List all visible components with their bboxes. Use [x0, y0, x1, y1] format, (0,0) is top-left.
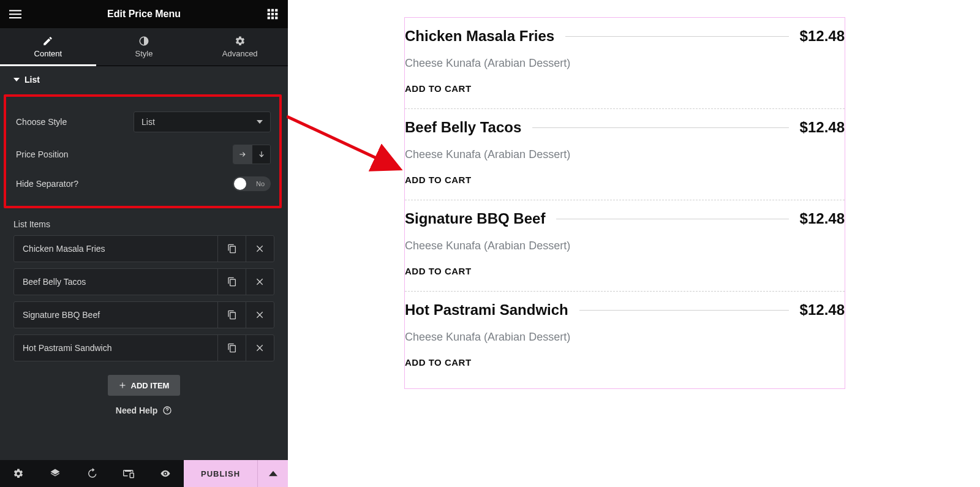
add-to-cart-link[interactable]: ADD TO CART: [405, 344, 845, 368]
copy-icon: [227, 343, 237, 353]
need-help-link[interactable]: Need Help: [0, 399, 288, 424]
price-position-label: Price Position: [16, 149, 69, 159]
duplicate-button[interactable]: [217, 236, 246, 262]
duplicate-button[interactable]: [217, 335, 246, 361]
list-item[interactable]: Chicken Masala Fries: [13, 235, 274, 262]
responsive-button[interactable]: [110, 460, 147, 487]
history-button[interactable]: [74, 460, 110, 487]
toggle-value: No: [256, 180, 265, 187]
gear-icon: [13, 468, 24, 479]
svg-rect-0: [9, 10, 21, 11]
price-menu-widget[interactable]: Chicken Masala Fries $12.48 Cheese Kunaf…: [404, 17, 845, 389]
arrow-down-icon: [257, 150, 266, 159]
section-list-label: List: [24, 75, 40, 85]
preview-button[interactable]: [147, 460, 184, 487]
publish-button[interactable]: PUBLISH: [184, 460, 257, 487]
price-position-right[interactable]: [233, 145, 252, 164]
remove-button[interactable]: [246, 302, 274, 328]
choose-style-value: List: [141, 117, 155, 127]
menu-separator: [556, 219, 788, 219]
section-list-toggle[interactable]: List: [0, 66, 288, 91]
publish-label: PUBLISH: [201, 469, 240, 478]
apps-grid-icon[interactable]: [266, 7, 279, 21]
menu-item-description: Cheese Kunafa (Arabian Dessert): [405, 319, 845, 344]
tab-advanced-label: Advanced: [222, 49, 258, 58]
menu-separator: [565, 36, 788, 37]
publish-options-button[interactable]: [257, 460, 288, 487]
menu-item-price: $12.48: [800, 28, 845, 45]
panel-title: Edit Price Menu: [107, 9, 181, 20]
panel-footer: PUBLISH: [0, 460, 288, 487]
list-items-repeater: Chicken Masala Fries Beef Belly Tacos Si…: [0, 234, 288, 361]
tab-style[interactable]: Style: [96, 28, 192, 66]
plus-icon: [119, 382, 126, 389]
list-item-label[interactable]: Signature BBQ Beef: [14, 302, 217, 328]
tab-style-label: Style: [135, 49, 153, 58]
history-icon: [86, 468, 97, 479]
svg-rect-4: [271, 9, 274, 12]
navigator-button[interactable]: [37, 460, 74, 487]
close-icon: [255, 277, 265, 287]
panel-body: List Choose Style List Price Position: [0, 66, 288, 460]
eye-icon: [160, 468, 171, 479]
menu-item-title: Signature BBQ Beef: [405, 210, 545, 227]
copy-icon: [227, 244, 237, 254]
list-item-label[interactable]: Chicken Masala Fries: [14, 236, 217, 262]
price-position-down[interactable]: [252, 145, 270, 164]
copy-icon: [227, 310, 237, 320]
remove-button[interactable]: [246, 269, 274, 295]
menu-item-title: Hot Pastrami Sandwich: [405, 301, 568, 319]
svg-rect-9: [268, 17, 270, 19]
list-item-label[interactable]: Hot Pastrami Sandwich: [14, 335, 217, 361]
add-to-cart-link[interactable]: ADD TO CART: [405, 252, 845, 276]
menu-item-title: Beef Belly Tacos: [405, 119, 521, 136]
highlight-annotation: Choose Style List Price Position: [4, 94, 282, 208]
svg-rect-10: [271, 17, 274, 19]
caret-down-icon: [13, 77, 20, 83]
arrow-right-icon: [238, 150, 247, 159]
caret-up-icon: [269, 469, 277, 478]
devices-icon: [123, 468, 134, 479]
tab-content[interactable]: Content: [0, 28, 96, 66]
menu-separator: [579, 310, 789, 311]
settings-button[interactable]: [0, 460, 37, 487]
menu-item-price: $12.48: [800, 301, 845, 319]
svg-rect-8: [275, 13, 277, 15]
duplicate-button[interactable]: [217, 302, 246, 328]
list-item[interactable]: Beef Belly Tacos: [13, 268, 274, 295]
choose-style-select[interactable]: List: [134, 111, 271, 132]
menu-item-price: $12.48: [800, 119, 845, 136]
panel-header: Edit Price Menu: [0, 0, 288, 28]
hide-separator-row: Hide Separator? No: [10, 170, 277, 197]
svg-rect-3: [268, 9, 270, 12]
help-icon: [162, 406, 172, 415]
price-position-group: [233, 145, 271, 164]
panel-tabs: Content Style Advanced: [0, 28, 288, 66]
menu-item: Beef Belly Tacos $12.48 Cheese Kunafa (A…: [405, 109, 845, 200]
add-to-cart-link[interactable]: ADD TO CART: [405, 161, 845, 185]
remove-button[interactable]: [246, 335, 274, 361]
hide-separator-toggle[interactable]: No: [233, 176, 271, 191]
duplicate-button[interactable]: [217, 269, 246, 295]
tab-content-label: Content: [34, 49, 62, 58]
list-item[interactable]: Signature BBQ Beef: [13, 301, 274, 328]
close-icon: [255, 310, 265, 320]
add-to-cart-link[interactable]: ADD TO CART: [405, 70, 845, 94]
hide-separator-label: Hide Separator?: [16, 179, 78, 189]
menu-item-description: Cheese Kunafa (Arabian Dessert): [405, 227, 845, 252]
menu-item: Signature BBQ Beef $12.48 Cheese Kunafa …: [405, 200, 845, 292]
list-items-heading: List Items: [0, 214, 288, 234]
menu-icon[interactable]: [9, 7, 22, 21]
menu-item: Hot Pastrami Sandwich $12.48 Cheese Kuna…: [405, 292, 845, 382]
tab-advanced[interactable]: Advanced: [192, 28, 288, 66]
svg-point-13: [167, 412, 168, 413]
list-item-label[interactable]: Beef Belly Tacos: [14, 269, 217, 295]
preview-canvas: Chicken Masala Fries $12.48 Cheese Kunaf…: [288, 0, 980, 487]
choose-style-label: Choose Style: [16, 117, 67, 127]
list-item[interactable]: Hot Pastrami Sandwich: [13, 334, 274, 361]
publish-wrap: PUBLISH: [184, 460, 288, 487]
price-position-row: Price Position: [10, 138, 277, 170]
remove-button[interactable]: [246, 236, 274, 262]
add-item-button[interactable]: ADD ITEM: [108, 375, 181, 396]
menu-item-price: $12.48: [800, 210, 845, 227]
